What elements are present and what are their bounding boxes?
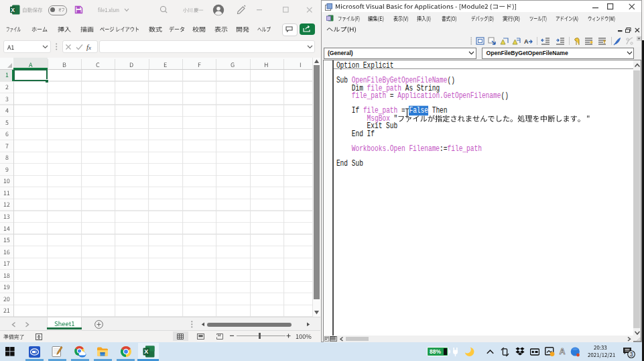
svg-text:A: A bbox=[560, 347, 566, 356]
svg-text:X: X bbox=[144, 348, 149, 355]
svg-text:3: 3 bbox=[629, 351, 633, 358]
svg-text:A: A bbox=[524, 38, 529, 45]
svg-text:X: X bbox=[11, 7, 15, 13]
